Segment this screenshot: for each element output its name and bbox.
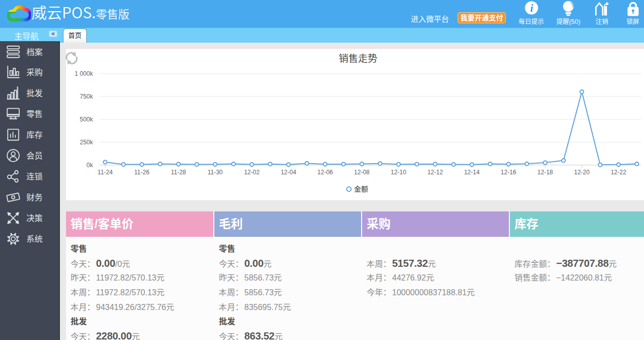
svg-text:金额: 金额 xyxy=(354,183,368,194)
svg-text:12-12: 12-12 xyxy=(427,169,443,176)
svg-text:250k: 250k xyxy=(80,139,93,146)
svg-text:11-26: 11-26 xyxy=(134,169,149,176)
svg-text:0k: 0k xyxy=(86,162,93,169)
svg-text:11-24: 11-24 xyxy=(98,169,113,176)
svg-text:12-14: 12-14 xyxy=(464,169,480,176)
svg-text:12-18: 12-18 xyxy=(537,169,553,176)
svg-text:12-16: 12-16 xyxy=(501,169,517,176)
svg-text:11-30: 11-30 xyxy=(208,169,223,176)
svg-text:12-20: 12-20 xyxy=(574,169,590,176)
svg-text:12-08: 12-08 xyxy=(354,169,370,176)
svg-text:12-06: 12-06 xyxy=(317,169,333,176)
svg-text:12-02: 12-02 xyxy=(244,169,260,176)
svg-text:11-28: 11-28 xyxy=(171,169,186,176)
svg-text:12-04: 12-04 xyxy=(281,169,297,176)
svg-text:12-22: 12-22 xyxy=(610,169,626,176)
svg-text:12-10: 12-10 xyxy=(391,169,406,176)
